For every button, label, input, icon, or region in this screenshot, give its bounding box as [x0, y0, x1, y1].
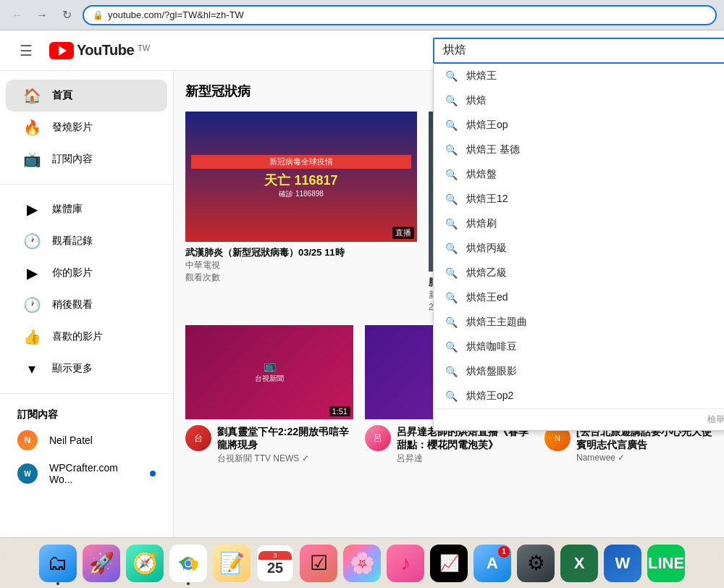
forward-button[interactable]: → [32, 5, 52, 25]
search-area: 🔍 🔍 烘焙王 🔍 烘焙 🔍 烘焙王op 🔍 烘焙王 基德 [433, 38, 724, 64]
sidebar-show-more-label: 顯示更多 [52, 362, 93, 375]
duration-1: 1:51 [329, 406, 350, 416]
appstore-badge: 1 [498, 546, 510, 558]
calendar-month: 3 [258, 551, 292, 560]
video-channel-1: 台視新聞 TTV NEWS ✓ [217, 453, 353, 465]
dock-line[interactable]: LINE [647, 545, 685, 582]
sidebar-item-watch-later[interactable]: 🕐 稍後觀看 [6, 289, 167, 321]
autocomplete-item[interactable]: 🔍 烘焙盤眼影 [434, 359, 724, 384]
subscriptions-icon: 📺 [23, 151, 41, 168]
sidebar-divider [0, 393, 173, 394]
yt-logo-text: YouTube [77, 42, 134, 59]
channel-avatar-1: 台 [185, 425, 211, 451]
youtube-app: ☰ YouTube TW 🔍 🔍 烘焙王 🔍 烘焙 [0, 30, 724, 537]
autocomplete-item[interactable]: 🔍 烘焙乙級 [434, 261, 724, 285]
dock-chrome[interactable] [169, 545, 207, 582]
music-icon: ♪ [400, 552, 411, 575]
video-meta-1: 劉真靈堂下午2:22開放弔唁辛龍將現身 台視新聞 TTV NEWS ✓ [217, 425, 353, 465]
video-meta-2: 呂昇達老師的烘焙直播《春季甜點：櫻花閃電泡芙》 呂昇達 [397, 425, 533, 465]
autocomplete-item[interactable]: 🔍 烘焙王12 [434, 187, 724, 211]
dock-notes[interactable]: 📝 [213, 545, 251, 582]
sidebar-trending-label: 發燒影片 [52, 121, 93, 134]
sidebar-item-subscriptions[interactable]: 📺 訂閱內容 [6, 143, 167, 175]
sidebar-item-library[interactable]: ▶ 媒體庫 [6, 193, 167, 225]
trending-icon: 🔥 [23, 119, 41, 136]
search-suggestion-icon: 🔍 [445, 366, 458, 377]
sidebar-item-show-more[interactable]: ▾ 顯示更多 [6, 353, 167, 385]
settings-icon: ⚙ [527, 551, 545, 575]
sidebar-home-label: 首頁 [52, 89, 72, 102]
dock-safari[interactable]: 🧭 [126, 545, 164, 582]
chrome-icon [177, 552, 200, 575]
dock-appstore[interactable]: A 1 [473, 545, 511, 582]
dock-word[interactable]: W [604, 545, 641, 582]
launchpad-icon: 🚀 [89, 551, 114, 575]
reload-button[interactable]: ↻ [56, 5, 77, 25]
search-suggestion-icon: 🔍 [445, 292, 458, 303]
nav-buttons: ← → ↻ [7, 5, 77, 25]
watch-later-icon: 🕐 [23, 296, 41, 314]
dock-launchpad[interactable]: 🚀 [83, 545, 120, 582]
browser-chrome: ← → ↻ 🔒 youtube.com/?gl=TW&hl=zh-TW [0, 0, 724, 30]
featured-info: 武漢肺炎（新型冠狀病毒）03/25 11時 中華電視 觀看次數 [185, 246, 417, 284]
search-suggestion-icon: 🔍 [445, 70, 458, 82]
word-icon: W [615, 554, 631, 573]
video-card-1[interactable]: 📺台視新聞 1:51 台 劉真靈堂下午2:22開放弔唁辛龍將現身 台視新聞 TT… [185, 325, 353, 466]
sidebar-item-home[interactable]: 🏠 首頁 [6, 80, 167, 112]
autocomplete-item[interactable]: 🔍 烘焙王op2 [434, 384, 724, 408]
sidebar-item-history[interactable]: 🕐 觀看記錄 [6, 225, 167, 257]
autocomplete-footer[interactable]: 檢舉搜尋預測查詢字串 [434, 408, 724, 430]
autocomplete-item[interactable]: 🔍 烘焙王ed [434, 285, 724, 310]
featured-thumbnail: 新冠病毒全球疫情 天亡 116817 確診 1186898 直播 [185, 112, 417, 242]
dock-calendar[interactable]: 3 25 [256, 545, 294, 582]
show-more-icon: ▾ [23, 360, 41, 377]
autocomplete-item[interactable]: 🔍 烘焙王op [434, 113, 724, 138]
dock-music[interactable]: ♪ [387, 545, 424, 582]
sidebar-subscriptions-label: 訂閱內容 [52, 153, 93, 166]
wp-avatar: W [17, 463, 38, 484]
autocomplete-item[interactable]: 🔍 烘焙王主題曲 [434, 310, 724, 335]
dock-dot-chrome [187, 582, 190, 585]
dock-settings[interactable]: ⚙ [517, 545, 555, 582]
search-suggestion-icon: 🔍 [445, 169, 458, 180]
autocomplete-item[interactable]: 🔍 烘焙丙級 [434, 236, 724, 261]
dock-stocks[interactable]: 📈 [430, 545, 468, 582]
dock-reminders[interactable]: ☑ [300, 545, 337, 582]
sidebar-channel-neil[interactable]: N Neil Patel [0, 424, 173, 456]
autocomplete-item[interactable]: 🔍 烘焙 [434, 88, 724, 113]
autocomplete-item[interactable]: 🔍 烘焙王 基德 [434, 138, 724, 162]
sidebar-item-liked[interactable]: 👍 喜歡的影片 [6, 321, 167, 353]
menu-button[interactable]: ☰ [12, 36, 41, 65]
search-suggestion-icon: 🔍 [445, 193, 458, 205]
sidebar-item-trending[interactable]: 🔥 發燒影片 [6, 112, 167, 143]
svg-point-4 [185, 560, 191, 566]
sidebar-channel-wpcrafter[interactable]: W WPCrafter.com Wo... [0, 456, 173, 491]
autocomplete-item[interactable]: 🔍 烘焙刷 [434, 211, 724, 236]
search-suggestion-icon: 🔍 [445, 218, 458, 230]
video-info-1: 台 劉真靈堂下午2:22開放弔唁辛龍將現身 台視新聞 TTV NEWS ✓ [185, 425, 353, 465]
video-info-3: N [去台北旅遊講話要小心光大使賓明志代言廣告 Namewee ✓ [544, 425, 712, 463]
search-box [433, 38, 724, 64]
channel-notification-dot [150, 471, 156, 476]
address-bar[interactable]: 🔒 youtube.com/?gl=TW&hl=zh-TW [83, 5, 717, 25]
sidebar-item-your-videos[interactable]: ▶ 你的影片 [6, 257, 167, 289]
photos-icon: 🌸 [350, 551, 375, 575]
appstore-icon: A [487, 554, 498, 573]
search-suggestion-icon: 🔍 [445, 390, 458, 402]
dock-photos[interactable]: 🌸 [343, 545, 381, 582]
featured-title: 武漢肺炎（新型冠狀病毒）03/25 11時 [185, 246, 417, 259]
autocomplete-item[interactable]: 🔍 烘焙咖啡豆 [434, 335, 724, 359]
dock-excel[interactable]: X [560, 545, 598, 582]
autocomplete-item[interactable]: 🔍 烘焙盤 [434, 162, 724, 187]
search-suggestion-icon: 🔍 [445, 267, 458, 279]
autocomplete-dropdown: 🔍 烘焙王 🔍 烘焙 🔍 烘焙王op 🔍 烘焙王 基德 🔍 烘焙盤 [433, 64, 724, 431]
featured-video-card[interactable]: 新冠病毒全球疫情 天亡 116817 確診 1186898 直播 武漢肺炎（新型… [185, 112, 417, 314]
search-suggestion-icon: 🔍 [445, 316, 458, 328]
dock-finder[interactable]: 🗂 [39, 545, 77, 582]
search-input[interactable] [434, 44, 724, 57]
back-button[interactable]: ← [7, 5, 28, 25]
excel-icon: X [574, 554, 585, 573]
autocomplete-item[interactable]: 🔍 烘焙王 [434, 64, 724, 88]
library-icon: ▶ [23, 201, 41, 218]
video-thumbnail-1: 📺台視新聞 1:51 [185, 325, 353, 420]
